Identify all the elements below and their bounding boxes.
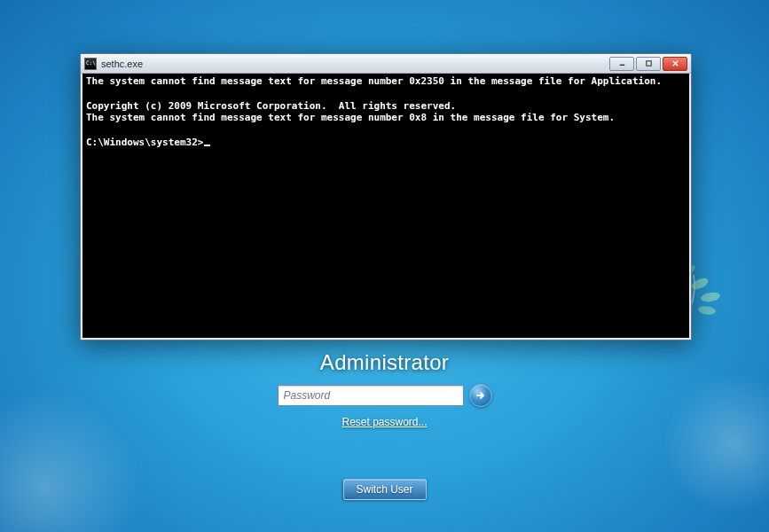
console-line: The system cannot find message text for … (86, 112, 615, 123)
close-button[interactable] (663, 57, 687, 71)
console-line: The system cannot find message text for … (86, 75, 662, 87)
login-panel: Administrator Reset password... (0, 350, 769, 428)
password-row (278, 384, 492, 407)
command-prompt-window[interactable]: sethc.exe The system cannot find message… (80, 53, 692, 340)
console-output[interactable]: The system cannot find message text for … (81, 74, 691, 340)
svg-rect-5 (646, 61, 650, 66)
submit-button[interactable] (469, 384, 492, 407)
window-title: sethc.exe (101, 59, 609, 69)
password-input[interactable] (278, 385, 464, 406)
svg-point-0 (690, 276, 710, 292)
switch-user-button[interactable]: Switch User (342, 479, 426, 500)
console-line: Copyright (c) 2009 Microsoft Corporation… (86, 100, 456, 112)
username-label: Administrator (320, 350, 449, 375)
window-buttons (609, 57, 687, 71)
reset-password-link[interactable]: Reset password... (341, 416, 427, 428)
maximize-button[interactable] (636, 57, 661, 71)
svg-point-2 (697, 305, 716, 316)
cursor-icon (204, 145, 210, 146)
titlebar[interactable]: sethc.exe (81, 54, 691, 74)
console-prompt: C:\Windows\system32> (86, 137, 203, 148)
minimize-button[interactable] (609, 57, 634, 71)
cmd-icon (84, 58, 97, 70)
svg-point-1 (700, 291, 720, 303)
